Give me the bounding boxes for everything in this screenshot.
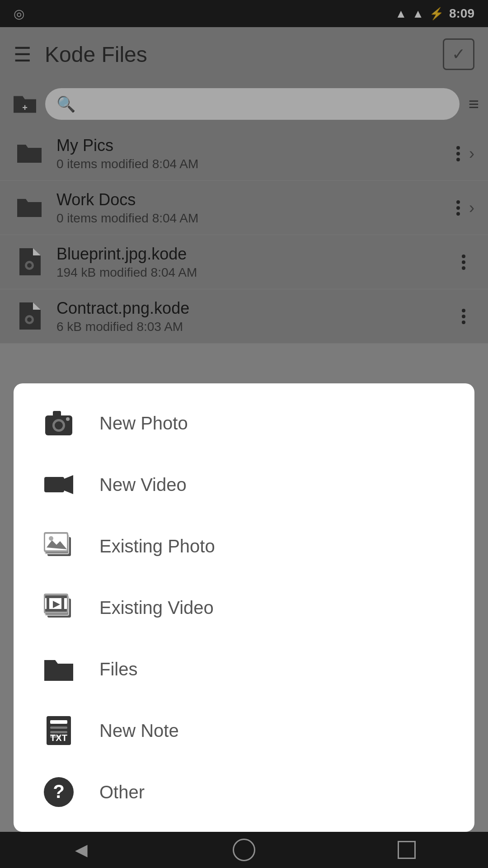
list-item[interactable]: Files — [14, 638, 474, 700]
new-video-label: New Video — [99, 475, 187, 495]
svg-point-7 — [55, 421, 63, 429]
list-item[interactable]: ? Other — [14, 761, 474, 823]
new-note-label: New Note — [99, 721, 179, 741]
svg-rect-28 — [50, 720, 67, 724]
svg-rect-25 — [61, 598, 64, 609]
bottom-sheet: New Photo New Video Existing Photo — [14, 383, 474, 832]
files-label: Files — [99, 659, 137, 679]
svg-rect-29 — [50, 726, 67, 729]
list-item[interactable]: New Photo — [14, 392, 474, 454]
svg-rect-23 — [45, 609, 67, 612]
svg-rect-22 — [45, 595, 67, 598]
question-icon: ? — [41, 774, 77, 810]
svg-rect-10 — [44, 477, 64, 492]
svg-point-9 — [66, 417, 70, 421]
svg-rect-24 — [47, 598, 49, 609]
svg-point-17 — [49, 536, 53, 541]
list-item[interactable]: Existing Photo — [14, 515, 474, 577]
list-item[interactable]: New Video — [14, 454, 474, 515]
video-gallery-icon — [41, 590, 77, 626]
files-folder-icon — [41, 651, 77, 687]
other-label: Other — [99, 782, 145, 802]
new-photo-label: New Photo — [99, 413, 188, 434]
note-icon: TXT — [41, 712, 77, 749]
existing-photo-label: Existing Photo — [99, 536, 215, 557]
list-item[interactable]: TXT New Note — [14, 700, 474, 761]
photo-gallery-icon — [41, 528, 77, 564]
existing-video-label: Existing Video — [99, 598, 214, 618]
svg-text:?: ? — [53, 781, 65, 802]
svg-rect-8 — [53, 411, 61, 416]
svg-marker-11 — [64, 475, 73, 494]
camera-icon — [41, 405, 77, 441]
svg-text:TXT: TXT — [50, 733, 67, 743]
video-camera-icon — [41, 467, 77, 503]
list-item[interactable]: Existing Video — [14, 577, 474, 638]
